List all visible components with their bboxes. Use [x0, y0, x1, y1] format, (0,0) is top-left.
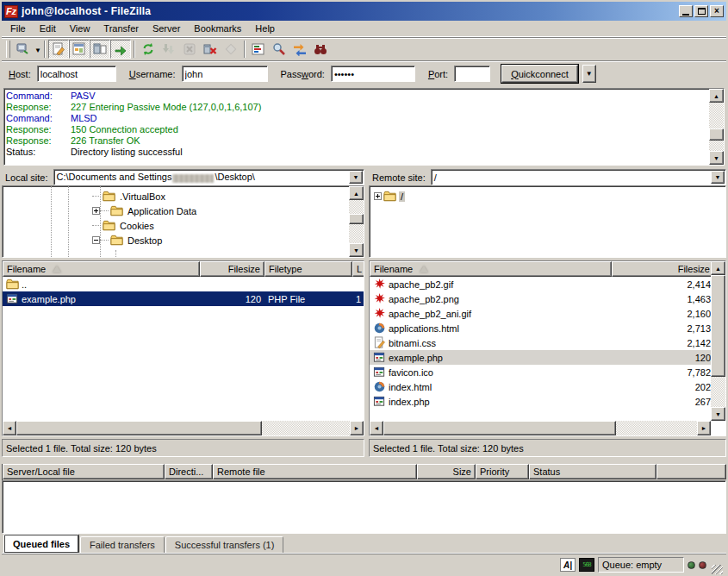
scroll-left-icon[interactable]: ◄ [3, 421, 16, 435]
column-header-filesize[interactable]: Filesize [612, 261, 714, 277]
file-row[interactable]: index.php267 [370, 394, 711, 409]
toggle-local-tree-button[interactable] [69, 40, 90, 59]
minimize-button[interactable] [679, 5, 693, 17]
sort-ascending-icon [420, 266, 428, 272]
scroll-down-icon[interactable]: ▼ [349, 243, 364, 257]
maximize-button[interactable] [694, 5, 708, 17]
filter-button[interactable] [248, 40, 269, 59]
queue-column-remote-file[interactable]: Remote file [213, 464, 417, 479]
log-line: Response:226 Transfer OK [6, 135, 706, 147]
column-header-filesize[interactable]: Filesize [200, 261, 264, 277]
remote-horizontal-scrollbar[interactable]: ◄ ► [370, 421, 711, 435]
toggle-remote-tree-button[interactable] [90, 40, 110, 59]
synchronized-browsing-button[interactable] [289, 40, 310, 59]
file-row[interactable]: apache_pb2.png1,463 [370, 291, 711, 306]
encryption-icon[interactable]: 568 [579, 558, 594, 572]
tree-item-label: Cookies [118, 221, 156, 231]
queue-column-status[interactable]: Status [529, 464, 656, 479]
toggle-queue-button[interactable] [110, 40, 131, 59]
menu-bookmarks[interactable]: Bookmarks [187, 22, 248, 35]
port-input[interactable] [454, 66, 490, 82]
expand-icon[interactable] [92, 207, 100, 215]
scroll-up-icon[interactable]: ▲ [711, 261, 725, 275]
tree-item-desktop[interactable]: Desktop [92, 233, 346, 247]
refresh-button[interactable] [138, 40, 159, 59]
file-row[interactable]: example.php120 [370, 350, 711, 365]
column-header-l[interactable]: L [352, 261, 364, 277]
chevron-down-icon[interactable]: ▼ [34, 45, 41, 54]
queue-column-size[interactable]: Size [417, 464, 476, 479]
column-header-filename[interactable]: Filename [3, 261, 200, 277]
tree-item-application-data[interactable]: Application Data [92, 203, 346, 218]
file-row[interactable]: apache_pb2.gif2,414 [370, 277, 711, 291]
menu-help[interactable]: Help [248, 22, 282, 35]
tree-item--virtualbox[interactable]: .VirtualBox [92, 189, 346, 203]
chevron-down-icon[interactable]: ▼ [711, 171, 725, 184]
site-manager-button[interactable] [13, 40, 34, 59]
host-input[interactable] [37, 66, 116, 82]
tree-item-cookies[interactable]: Cookies [92, 218, 346, 233]
tab-queued-files[interactable]: Queued files [3, 534, 79, 553]
queue-column-filler [656, 464, 726, 479]
log-scrollbar[interactable]: ▲ ▼ [709, 89, 724, 165]
file-row[interactable]: apache_pb2_ani.gif2,160 [370, 306, 711, 321]
disconnect-button[interactable] [200, 40, 221, 59]
remote-hscrollbar-thumb[interactable] [383, 421, 616, 435]
local-tree-scrollbar-thumb[interactable] [349, 214, 364, 224]
local-directory-tree: .VirtualBoxApplication DataCookiesDeskto… [2, 185, 364, 258]
local-horizontal-scrollbar[interactable]: ◄ ► [3, 421, 364, 435]
find-files-button[interactable] [310, 40, 331, 59]
tab-successful-transfers-1-[interactable]: Successful transfers (1) [165, 536, 284, 553]
resize-grip[interactable] [712, 565, 723, 576]
toggle-message-log-button[interactable] [48, 40, 69, 59]
scroll-left-icon[interactable]: ◄ [370, 421, 383, 435]
remote-site-combobox[interactable]: / ▼ [431, 169, 726, 185]
file-row[interactable]: applications.html2,713 [370, 321, 711, 335]
toolbar-grip[interactable] [6, 41, 10, 58]
scroll-down-icon[interactable]: ▼ [711, 407, 725, 421]
file-icon [373, 395, 386, 408]
file-row[interactable]: bitnami.css2,142 [370, 335, 711, 350]
menu-file[interactable]: File [3, 22, 33, 35]
file-name-cell: index.php [370, 394, 612, 409]
file-row[interactable]: example.php120PHP File1 [3, 291, 364, 306]
local-tree-scrollbar[interactable]: ▲ ▼ [349, 186, 364, 257]
file-size-cell: 120 [200, 291, 264, 306]
column-header-filename[interactable]: Filename [370, 261, 612, 277]
tree-item-root[interactable]: / [374, 189, 722, 203]
chevron-down-icon[interactable]: ▼ [349, 171, 363, 184]
menu-server[interactable]: Server [146, 22, 187, 35]
message-log: Command:PASVResponse:227 Entering Passiv… [3, 88, 725, 166]
column-header-filetype[interactable]: Filetype [264, 261, 352, 277]
scroll-up-icon[interactable]: ▲ [349, 186, 364, 200]
scroll-up-icon[interactable]: ▲ [709, 89, 724, 103]
scroll-right-icon[interactable]: ► [697, 421, 711, 435]
local-hscrollbar-thumb[interactable] [16, 421, 262, 435]
queue-column-directi-[interactable]: Directi... [165, 464, 213, 479]
expand-icon[interactable] [374, 192, 382, 200]
quickconnect-button[interactable]: Quickconnect [501, 65, 578, 83]
file-size-cell: 2,142 [612, 335, 711, 350]
menu-view[interactable]: View [63, 22, 97, 35]
quickconnect-dropdown-button[interactable]: ▼ [582, 65, 596, 83]
scroll-down-icon[interactable]: ▼ [709, 151, 724, 165]
log-scrollbar-thumb[interactable] [709, 128, 724, 141]
file-row[interactable]: favicon.ico7,782 [370, 365, 711, 379]
username-input[interactable] [182, 66, 268, 82]
remote-list-scrollbar[interactable]: ▲ ▼ [711, 261, 725, 421]
remote-list-scrollbar-thumb[interactable] [711, 275, 725, 377]
password-input[interactable] [331, 66, 415, 82]
file-row[interactable]: index.html202 [370, 379, 711, 394]
tab-failed-transfers[interactable]: Failed transfers [80, 536, 165, 553]
queue-column-priority[interactable]: Priority [476, 464, 529, 479]
local-site-combobox[interactable]: C:\Documents and Settings\Desktop\ ▼ [53, 169, 364, 185]
collapse-icon[interactable] [92, 236, 100, 244]
menu-transfer[interactable]: Transfer [96, 22, 146, 35]
directory-comparison-button[interactable] [269, 40, 289, 59]
queue-column-server-local-file[interactable]: Server/Local file [3, 464, 165, 479]
menu-edit[interactable]: Edit [33, 22, 63, 35]
file-row[interactable]: .. [3, 277, 364, 291]
close-button[interactable]: × [710, 5, 724, 17]
data-type-icon[interactable]: A| [560, 558, 576, 572]
scroll-right-icon[interactable]: ► [350, 421, 364, 435]
